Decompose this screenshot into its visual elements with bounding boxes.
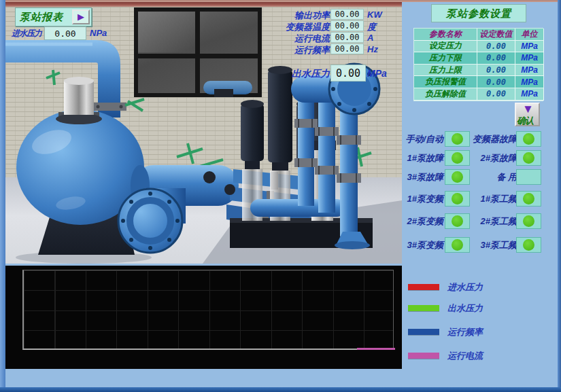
play-icon[interactable]: ▶ (72, 10, 90, 24)
legend-item: 运行电流 (407, 350, 543, 361)
outlet-pressure-value: 0.00 (330, 65, 366, 82)
status-label: 3#泵变频 (407, 239, 443, 251)
confirm-button[interactable]: ▼ 确认 (515, 103, 540, 126)
lamp-icon (523, 193, 534, 204)
status-lamp-box (445, 131, 470, 147)
legend-item: 进水压力 (407, 281, 543, 292)
status-label: 3#泵故障 (407, 171, 443, 183)
col-header-name: 参数名称 (414, 29, 477, 41)
lamp-icon (452, 239, 463, 251)
param-value[interactable]: 0.00 (477, 52, 515, 65)
readout-unit: Hz (367, 44, 378, 54)
status-label: 变频器故障 (473, 133, 517, 145)
chart-grid (22, 270, 394, 350)
inlet-pressure-value: 0.00 (44, 26, 86, 40)
readout-value: 00.00 (330, 9, 364, 20)
lamp-icon (452, 152, 463, 164)
status-lamp-box (516, 191, 541, 207)
readout-label: 输出功率 (250, 10, 330, 22)
inlet-pressure-label: 进水压力 (12, 28, 44, 39)
param-name: 压力下限 (414, 52, 477, 65)
readout-unit: KW (367, 10, 382, 20)
param-name: 压力上限 (414, 65, 477, 77)
param-unit: MPa (515, 88, 544, 101)
legend-swatch (408, 305, 439, 311)
lamp-icon (523, 133, 534, 145)
outlet-pressure-unit: MPa (367, 68, 387, 79)
status-lamp-box (516, 237, 541, 253)
lamp-icon (452, 133, 463, 145)
lamp-icon (452, 193, 463, 204)
legend-item: 运行频率 (407, 326, 543, 337)
param-value[interactable]: 0.00 (477, 76, 515, 88)
param-unit: MPa (515, 52, 544, 65)
readout-label: 运行频率 (250, 44, 330, 56)
legend-swatch (408, 353, 439, 359)
report-button[interactable]: 泵站报表 ▶ (15, 7, 92, 26)
confirm-triangle-icon: ▼ (522, 103, 534, 116)
status-lamp-box (445, 237, 470, 253)
status-lamp-box (445, 213, 470, 229)
trend-chart (5, 266, 402, 369)
settings-panel-title: 泵站参数设置 (431, 4, 526, 22)
param-unit: MPa (515, 41, 544, 53)
status-row: 1#泵故障 2#泵故障 (405, 150, 544, 166)
frame-right (558, 0, 561, 392)
lamp-icon (452, 215, 463, 227)
frame-left (0, 0, 5, 392)
status-row: 手动/自动 变频器故障 (405, 131, 544, 147)
status-label: 1#泵工频 (481, 193, 517, 205)
param-value[interactable]: 0.00 (477, 65, 515, 77)
status-row: 3#泵故障 备 用 (405, 169, 544, 185)
inlet-pressure-unit: NPa (90, 28, 107, 38)
legend-swatch (408, 329, 439, 335)
outlet-pressure-label: 出水压力 (250, 68, 330, 80)
legend-label: 运行频率 (447, 326, 483, 338)
status-lamp-box (445, 191, 470, 207)
frame-top (0, 0, 561, 2)
readout-label: 变频器温度 (250, 21, 330, 33)
param-name: 负压解除值 (414, 88, 477, 101)
param-name: 设定压力 (414, 41, 477, 53)
status-label: 手动/自动 (405, 133, 443, 145)
status-lamp-box (516, 131, 541, 147)
param-value[interactable]: 0.00 (477, 88, 515, 101)
legend-item: 出水压力 (407, 302, 543, 313)
lamp-icon (523, 239, 534, 251)
lamp-icon (523, 152, 534, 164)
lamp-icon (452, 171, 463, 183)
status-label: 备 用 (496, 171, 517, 183)
param-unit: MPa (515, 76, 544, 88)
current-trace (357, 348, 395, 350)
readout-value: 00.00 (330, 32, 364, 43)
legend-label: 运行电流 (447, 350, 483, 362)
pump-room-scene: 泵站报表 ▶ 进水压力 0.00 NPa 输出功率 00.00 KW 变频器温度… (5, 2, 402, 264)
param-name: 负压报警值 (414, 76, 477, 88)
status-label: 2#泵故障 (481, 152, 517, 164)
status-lamp-box (516, 150, 541, 166)
param-unit: MPa (515, 65, 544, 77)
readout-label: 运行电流 (250, 33, 330, 45)
lamp-icon (523, 215, 534, 227)
status-label: 1#泵变频 (407, 193, 443, 205)
status-row: 2#泵变频 2#泵工频 (405, 213, 544, 229)
frame-bottom (0, 387, 561, 392)
status-label: 1#泵故障 (407, 152, 443, 164)
readout-unit: A (367, 33, 373, 43)
status-row: 1#泵变频 1#泵工频 (405, 191, 544, 207)
status-lamp-box (516, 213, 541, 229)
hmi-screen: 泵站报表 ▶ 进水压力 0.00 NPa 输出功率 00.00 KW 变频器温度… (0, 0, 561, 392)
readout-unit: 度 (367, 21, 376, 33)
readout-value: 00.00 (330, 20, 364, 31)
param-value[interactable]: 0.00 (477, 41, 515, 53)
status-label: 2#泵变频 (407, 215, 443, 228)
readout-value: 00.00 (330, 43, 364, 54)
params-table: 参数名称 设定数值 单位 设定压力 0.00 MPa 压力下限 0.00 MPa… (413, 28, 543, 101)
status-lamp-box (445, 169, 470, 185)
legend-label: 出水压力 (447, 302, 483, 315)
confirm-label: 确认 (517, 115, 533, 127)
status-label: 3#泵工频 (481, 239, 517, 251)
status-label: 2#泵工频 (481, 215, 517, 228)
legend-swatch (408, 284, 439, 290)
report-button-label: 泵站报表 (16, 11, 63, 24)
